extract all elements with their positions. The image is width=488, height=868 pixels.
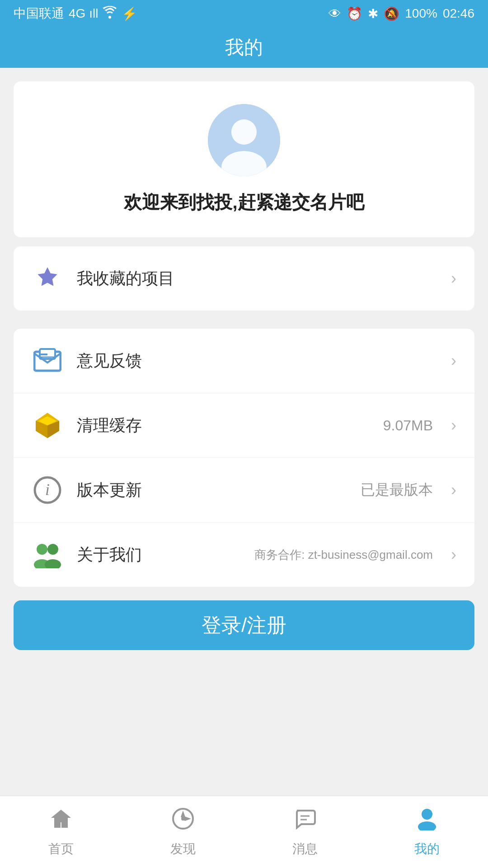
version-status: 已是最版本 xyxy=(361,480,433,500)
carrier-text: 中国联通 xyxy=(14,5,64,22)
bluetooth-icon: ✱ xyxy=(368,6,378,21)
nav-mine[interactable]: 我的 xyxy=(366,807,488,858)
main-content: 欢迎来到找投,赶紧递交名片吧 我收藏的项目 › xyxy=(0,68,488,796)
settings-card: 意见反馈 › 清理缓存 9.07MB › i xyxy=(14,329,474,587)
welcome-text: 欢迎来到找投,赶紧递交名片吧 xyxy=(124,190,364,215)
version-label: 版本更新 xyxy=(77,479,347,501)
home-label: 首页 xyxy=(48,840,74,858)
profile-card: 欢迎来到找投,赶紧递交名片吧 xyxy=(14,81,474,237)
nav-messages[interactable]: 消息 xyxy=(244,807,366,858)
svg-point-1 xyxy=(231,119,257,145)
discover-label: 发现 xyxy=(170,840,196,858)
messages-label: 消息 xyxy=(292,840,318,858)
cache-chevron: › xyxy=(451,416,456,435)
app-header: 我的 xyxy=(0,27,488,68)
alarm-icon: ⏰ xyxy=(347,6,362,21)
eye-icon: 👁 xyxy=(328,6,341,21)
nav-home[interactable]: 首页 xyxy=(0,807,122,858)
mine-label: 我的 xyxy=(414,840,440,858)
favorites-item[interactable]: 我收藏的项目 › xyxy=(14,246,474,311)
cache-icon xyxy=(32,410,63,441)
svg-point-23 xyxy=(422,809,432,820)
feedback-chevron: › xyxy=(451,351,456,370)
compass-icon xyxy=(171,807,195,836)
cache-label: 清理缓存 xyxy=(77,415,370,437)
favorites-card[interactable]: 我收藏的项目 › xyxy=(14,246,474,311)
status-right: 👁 ⏰ ✱ 🔕 100% 02:46 xyxy=(328,6,474,21)
version-chevron: › xyxy=(451,481,456,500)
cache-size: 9.07MB xyxy=(383,417,433,434)
page-title: 我的 xyxy=(225,35,263,60)
star-icon xyxy=(32,263,63,294)
svg-point-14 xyxy=(47,544,58,555)
favorites-chevron: › xyxy=(451,269,456,288)
person-icon xyxy=(415,807,439,836)
battery-text: 100% xyxy=(405,6,437,21)
about-item[interactable]: 关于我们 商务合作: zt-business@gmail.com › xyxy=(14,523,474,587)
favorites-label: 我收藏的项目 xyxy=(77,268,437,290)
wifi-icon xyxy=(103,6,117,22)
svg-text:i: i xyxy=(45,481,50,499)
cache-item[interactable]: 清理缓存 9.07MB › xyxy=(14,393,474,458)
about-label: 关于我们 xyxy=(77,544,241,566)
nav-discover[interactable]: 发现 xyxy=(122,807,244,858)
version-item[interactable]: i 版本更新 已是最版本 › xyxy=(14,458,474,523)
avatar xyxy=(208,104,280,176)
mail-icon xyxy=(32,345,63,377)
about-contact: 商务合作: zt-business@gmail.com xyxy=(254,547,433,563)
svg-point-24 xyxy=(418,821,436,830)
chat-icon xyxy=(293,807,317,836)
status-bar: 中国联通 4G ıll ⚡ 👁 ⏰ ✱ 🔕 100% 02:46 xyxy=(0,0,488,27)
about-chevron: › xyxy=(451,545,456,564)
signal-icon: 4G ıll xyxy=(69,6,98,21)
status-left: 中国联通 4G ıll ⚡ xyxy=(14,5,137,22)
svg-point-13 xyxy=(37,544,47,555)
info-icon: i xyxy=(32,474,63,506)
mute-icon: 🔕 xyxy=(384,6,399,21)
time-display: 02:46 xyxy=(443,6,474,21)
feedback-label: 意见反馈 xyxy=(77,350,437,372)
home-icon xyxy=(49,807,73,836)
bottom-nav: 首页 发现 消息 我的 xyxy=(0,796,488,868)
team-icon xyxy=(32,539,63,571)
login-button[interactable]: 登录/注册 xyxy=(14,600,474,650)
feedback-item[interactable]: 意见反馈 › xyxy=(14,329,474,393)
usb-icon: ⚡ xyxy=(122,6,137,21)
